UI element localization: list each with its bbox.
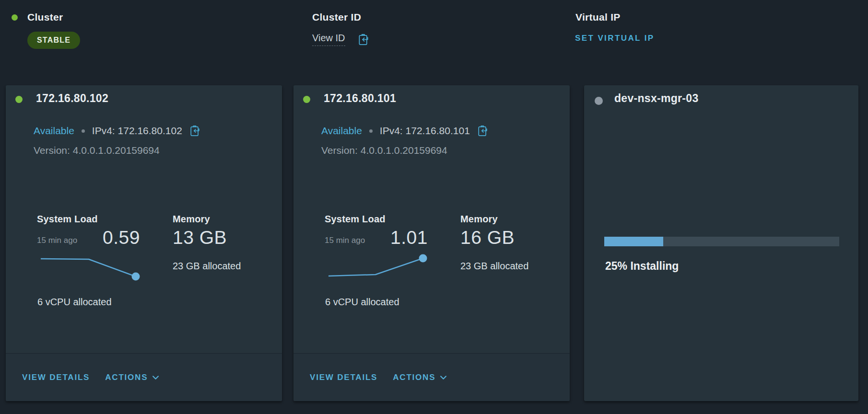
nsx-appliances-overview: Cluster STABLE Cluster ID View ID Virtua… (0, 0, 868, 414)
install-progress-bar (604, 237, 839, 246)
install-progress-label: 25% Installing (605, 260, 679, 273)
node-status-row: Available IPv4: 172.16.80.102 (34, 125, 201, 137)
cluster-stable-badge: STABLE (27, 32, 80, 49)
system-load-label: System Load (37, 214, 98, 225)
separator-dot-icon (369, 129, 373, 133)
node-status-row: Available IPv4: 172.16.80.101 (321, 125, 489, 137)
node-card-172-16-80-101: 172.16.80.101 Available IPv4: 172.16.80.… (293, 85, 570, 401)
memory-label: Memory (173, 214, 210, 225)
node-status-dot (15, 96, 23, 103)
view-id-link[interactable]: View ID (312, 33, 345, 46)
copy-cluster-id-icon[interactable] (358, 33, 370, 46)
node-card-172-16-80-102: 172.16.80.102 Available IPv4: 172.16.80.… (6, 85, 282, 401)
node-ip-label: IPv4: 172.16.80.101 (380, 125, 470, 137)
chevron-down-icon (440, 376, 446, 380)
node-version: Version: 4.0.0.1.0.20159694 (321, 145, 447, 156)
actions-menu-button[interactable]: ACTIONS (105, 373, 159, 382)
cpu-allocated: 6 vCPU allocated (37, 297, 112, 308)
install-progress-fill (604, 237, 663, 246)
copy-ip-icon[interactable] (477, 125, 489, 137)
memory-allocated: 23 GB allocated (460, 261, 528, 272)
system-load-sparkline (325, 254, 440, 283)
node-title: 172.16.80.101 (324, 92, 396, 105)
system-load-label: System Load (325, 214, 386, 225)
memory-allocated: 23 GB allocated (173, 261, 241, 272)
cpu-allocated: 6 vCPU allocated (325, 297, 399, 308)
separator-dot-icon (82, 129, 85, 133)
virtual-ip-header-label: Virtual IP (575, 12, 621, 23)
system-load-value: 1.01 (351, 227, 428, 248)
cluster-header: Cluster (12, 12, 63, 23)
node-title: 172.16.80.102 (36, 92, 108, 105)
node-ip-label: IPv4: 172.16.80.102 (92, 125, 182, 137)
node-title: dev-nsx-mgr-03 (614, 92, 698, 105)
view-details-link[interactable]: VIEW DETAILS (310, 373, 377, 382)
actions-menu-button[interactable]: ACTIONS (393, 373, 446, 382)
node-availability-status: Available (321, 125, 362, 137)
node-card-dev-nsx-mgr-03: dev-nsx-mgr-03 25% Installing (584, 85, 858, 401)
actions-label: ACTIONS (105, 373, 148, 382)
system-load-sparkline (37, 254, 152, 283)
cluster-status-dot (12, 14, 18, 21)
node-status-dot (595, 97, 603, 105)
node-availability-status: Available (34, 125, 74, 137)
node-version: Version: 4.0.0.1.0.20159694 (34, 145, 160, 156)
node-status-dot (303, 96, 310, 103)
memory-value: 13 GB (173, 227, 227, 248)
node-card-footer: VIEW DETAILS ACTIONS (293, 353, 570, 401)
cluster-id-header-label: Cluster ID (312, 12, 361, 23)
set-virtual-ip-link[interactable]: SET VIRTUAL IP (575, 34, 655, 43)
cluster-id-row: View ID (312, 33, 370, 46)
chevron-down-icon (152, 376, 159, 380)
memory-label: Memory (460, 214, 498, 225)
system-load-value: 0.59 (63, 227, 140, 248)
memory-value: 16 GB (460, 227, 515, 248)
cluster-header-label: Cluster (27, 12, 63, 23)
view-details-link[interactable]: VIEW DETAILS (22, 373, 90, 382)
actions-label: ACTIONS (393, 373, 435, 382)
copy-ip-icon[interactable] (189, 125, 201, 137)
node-card-footer: VIEW DETAILS ACTIONS (6, 353, 282, 401)
